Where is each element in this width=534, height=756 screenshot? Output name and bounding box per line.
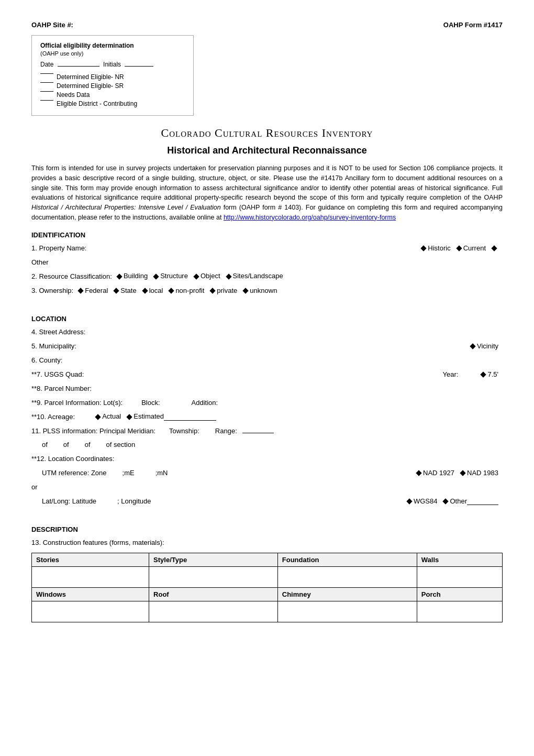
construction-label: 13. Construction features (forms, materi…: [31, 538, 164, 549]
page-header: OAHP Site #: OAHP Form #1417: [31, 21, 503, 29]
diamond-other-coords: [443, 499, 449, 505]
checkbox-eligible-district: Eligible District - Contributing: [40, 100, 185, 107]
other-coords-option: Other: [441, 496, 498, 507]
foundation-cell[interactable]: [277, 566, 417, 587]
plss-label: 11. PLSS information: Principal Meridian…: [31, 426, 155, 437]
range-field[interactable]: [242, 426, 274, 433]
checkbox-eligible-sr: Determined Eligible- SR: [40, 82, 185, 90]
chimney-cell[interactable]: [277, 601, 417, 622]
other-coords-label: Other: [450, 496, 467, 507]
page-subtitle: Historical and Architectural Reconnaissa…: [31, 145, 503, 156]
scale-label: 7.5': [487, 369, 498, 380]
date-field[interactable]: [58, 66, 99, 67]
diamond-estimated: [127, 414, 132, 420]
foundation-header: Foundation: [277, 553, 417, 566]
official-box-title: Official eligibility determination: [40, 42, 185, 49]
survey-forms-link[interactable]: http://www.historycolorado.org/oahp/surv…: [224, 214, 396, 221]
table-header-row1: Stories Style/Type Foundation Walls: [32, 553, 503, 566]
diamond-current: [456, 245, 462, 251]
vicinity-option: Vicinity: [469, 341, 498, 352]
porch-cell[interactable]: [417, 601, 502, 622]
plss-of-row: of of of of section: [42, 440, 503, 451]
unknown-option: unknown: [241, 286, 277, 297]
table-header-row2: Windows Roof Chimney Porch: [32, 587, 503, 601]
local-option: local: [141, 286, 163, 297]
estimated-field[interactable]: [164, 413, 216, 421]
parcel-num-label: **8. Parcel Number:: [31, 384, 92, 395]
diamond-scale: [481, 371, 486, 377]
diamond-wgs84: [406, 499, 412, 505]
roof-cell[interactable]: [149, 601, 278, 622]
range-label: Range:: [215, 426, 237, 437]
walls-cell[interactable]: [417, 566, 502, 587]
porch-header: Porch: [417, 587, 502, 601]
resource-class-row: 2. Resource Classification: Building Str…: [31, 271, 503, 282]
initials-field[interactable]: [125, 66, 153, 67]
description-heading: DESCRIPTION: [31, 525, 503, 533]
current-option: Current: [455, 243, 486, 254]
date-initials-row: Date Initials: [40, 61, 185, 68]
table-row-1: [32, 566, 503, 587]
style-cell[interactable]: [149, 566, 278, 587]
addition-label: Addition:: [192, 398, 218, 409]
county-row: 6. County:: [31, 355, 503, 366]
form-number-label: OAHP Form #1417: [443, 21, 503, 29]
diamond-structure: [153, 273, 159, 279]
me-label: ;mE: [123, 468, 135, 479]
diamond-federal: [78, 288, 84, 293]
object-option: Object: [192, 271, 220, 282]
building-option: Building: [115, 271, 148, 282]
official-box-subtitle: (OAHP use only): [40, 50, 185, 57]
table-row-2: [32, 601, 503, 622]
diamond-unknown: [243, 288, 249, 293]
intro-paragraph: This form is intended for use in survey …: [31, 163, 503, 223]
street-address-row: 4. Street Address:: [31, 327, 503, 338]
structure-option: Structure: [152, 271, 188, 282]
windows-cell[interactable]: [32, 601, 149, 622]
estimated-option: Estimated: [125, 411, 216, 422]
county-label: 6. County:: [31, 355, 62, 366]
utm-label: UTM reference: Zone: [42, 468, 107, 479]
other-coords-field[interactable]: [467, 498, 498, 505]
parcel-info-label: **9. Parcel Information: Lot(s):: [31, 398, 123, 409]
checkbox-needs-data: Needs Data: [40, 91, 185, 98]
wgs84-label: WGS84: [414, 496, 438, 507]
diamond-local: [142, 288, 148, 293]
sites-option: Sites/Landscape: [225, 271, 283, 282]
property-name-other-row: Other: [31, 257, 503, 268]
diamond-nonprofit: [169, 288, 174, 293]
date-label: Date: [40, 61, 53, 68]
site-number-label: OAHP Site #:: [31, 21, 73, 29]
parcel-info-row: **9. Parcel Information: Lot(s): Block: …: [31, 398, 503, 409]
street-label: 4. Street Address:: [31, 327, 85, 338]
usgs-row: **7. USGS Quad: Year: 7.5': [31, 369, 503, 380]
diamond-other-prop: [491, 245, 497, 251]
stories-cell[interactable]: [32, 566, 149, 587]
nad1983-label: NAD 1983: [467, 468, 498, 479]
resource-class-label: 2. Resource Classification:: [31, 271, 112, 282]
vicinity-label: Vicinity: [477, 341, 498, 352]
long-label: ; Longitude: [117, 496, 151, 507]
diamond-state: [114, 288, 119, 293]
actual-option: Actual: [94, 411, 121, 422]
federal-option: Federal: [76, 286, 108, 297]
block-label: Block:: [141, 398, 160, 409]
actual-label: Actual: [102, 411, 121, 422]
property-name-row: 1. Property Name: Historic Current: [31, 243, 503, 254]
lat-label: Lat/Long: Latitude: [42, 496, 96, 507]
page-title: Colorado Cultural Resources Inventory: [31, 126, 503, 140]
nonprofit-option: non-profit: [167, 286, 204, 297]
diamond-vicinity: [470, 343, 475, 349]
historic-option: Historic: [419, 243, 450, 254]
property-name-label: 1. Property Name:: [31, 243, 87, 254]
roof-header: Roof: [149, 587, 278, 601]
location-heading: LOCATION: [31, 315, 503, 323]
initials-label: Initials: [103, 61, 121, 68]
style-header: Style/Type: [149, 553, 278, 566]
construction-table: Stories Style/Type Foundation Walls Wind…: [31, 553, 503, 622]
ownership-label: 3. Ownership:: [31, 286, 73, 297]
mn-label: ;mN: [155, 468, 168, 479]
acreage-row: **10. Acreage: Actual Estimated: [31, 411, 503, 422]
nad1983-option: NAD 1983: [459, 468, 498, 479]
or-label: or: [31, 482, 38, 493]
